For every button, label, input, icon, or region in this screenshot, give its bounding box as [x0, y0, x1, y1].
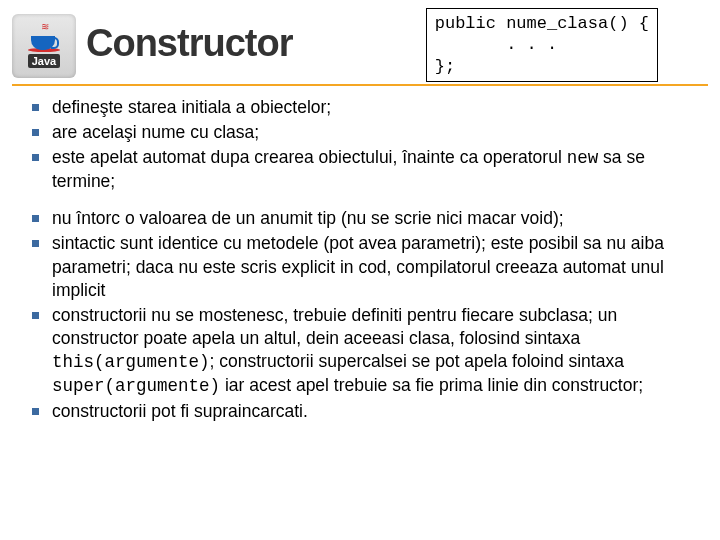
- bullet-item: are acelaşi nume cu clasa;: [22, 121, 700, 144]
- bullet-group-2: nu întorc o valoarea de un anumit tip (n…: [22, 207, 700, 423]
- code-example-box: public nume_clasa() { . . . };: [426, 8, 658, 82]
- bullet-item: defineşte starea initiala a obiectelor;: [22, 96, 700, 119]
- code-line-3: };: [435, 57, 455, 76]
- slide-title: Constructor: [86, 22, 292, 65]
- steam-icon: ≋: [41, 24, 48, 32]
- bullet-item: nu întorc o valoarea de un anumit tip (n…: [22, 207, 700, 230]
- java-logo: ≋ Java: [12, 14, 76, 78]
- inline-code: super(argumente): [52, 376, 220, 396]
- bullet-text: nu întorc o valoarea de un anumit tip (n…: [52, 208, 564, 228]
- logo-text: Java: [28, 54, 60, 68]
- bullet-item: este apelat automat dupa crearea obiectu…: [22, 146, 700, 193]
- code-line-1: public nume_clasa() {: [435, 14, 649, 33]
- bullet-item: constructorii pot fi supraincarcati.: [22, 400, 700, 423]
- bullet-text: defineşte starea initiala a obiectelor;: [52, 97, 331, 117]
- inline-code: new: [567, 148, 599, 168]
- slide-content: defineşte starea initiala a obiectelor; …: [0, 94, 720, 423]
- header-divider: [12, 84, 708, 86]
- code-line-2: . . .: [435, 35, 557, 54]
- bullet-text: are acelaşi nume cu clasa;: [52, 122, 259, 142]
- bullet-item: sintactic sunt identice cu metodele (pot…: [22, 232, 700, 301]
- bullet-item: constructorii nu se mostenesc, trebuie d…: [22, 304, 700, 398]
- bullet-text: sintactic sunt identice cu metodele (pot…: [52, 233, 664, 299]
- slide-header: ≋ Java Constructor public nume_clasa() {…: [0, 0, 720, 78]
- inline-code: this(argumente): [52, 352, 210, 372]
- bullet-group-1: defineşte starea initiala a obiectelor; …: [22, 96, 700, 193]
- bullet-text: ; constructorii supercalsei se pot apela…: [210, 351, 624, 371]
- bullet-text: constructorii pot fi supraincarcati.: [52, 401, 308, 421]
- bullet-text: iar acest apel trebuie sa fie prima lini…: [220, 375, 643, 395]
- bullet-text: constructorii nu se mostenesc, trebuie d…: [52, 305, 617, 348]
- bullet-text: este apelat automat dupa crearea obiectu…: [52, 147, 567, 167]
- cup-icon: [29, 32, 59, 50]
